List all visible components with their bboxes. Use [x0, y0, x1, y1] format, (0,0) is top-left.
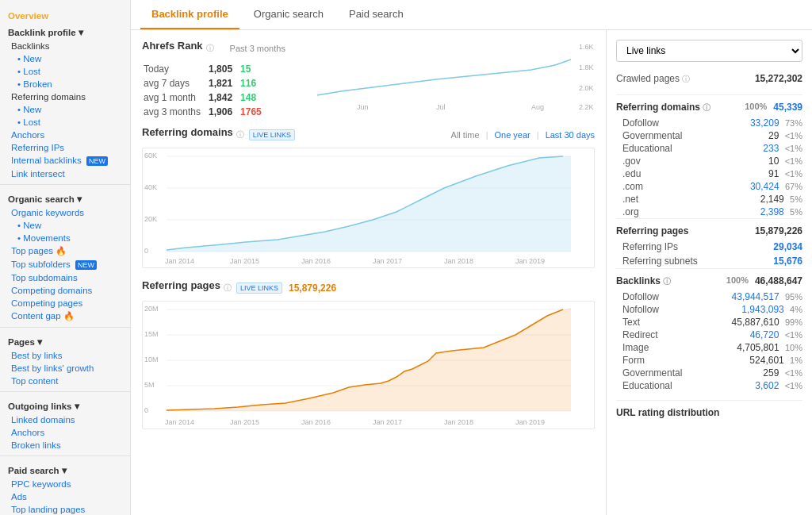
time-one-year[interactable]: One year [495, 130, 530, 140]
image-pct: 10% [785, 343, 802, 352]
fire-icon-content-gap: 🔥 [63, 311, 75, 321]
com-row: .com 30,424 67% [616, 180, 802, 193]
sidebar-broken-links[interactable]: Broken links [0, 439, 130, 452]
sidebar-organic-keywords-movements[interactable]: • Movements [0, 232, 130, 244]
svg-text:Jan 2018: Jan 2018 [444, 257, 473, 265]
sidebar-referring-domains-lost[interactable]: • Lost [0, 116, 130, 129]
time-all-time[interactable]: All time [451, 130, 480, 140]
sidebar-internal-backlinks[interactable]: Internal backlinks NEW [0, 154, 130, 167]
tab-organic-search[interactable]: Organic search [243, 0, 335, 29]
sidebar-content-gap[interactable]: Content gap 🔥 [0, 309, 130, 323]
sidebar-outgoing-links[interactable]: Outgoing links ▾ [0, 396, 130, 413]
referring-domains-header: Referring domains ⓘ LIVE LINKS All time … [142, 126, 595, 143]
tab-paid-search[interactable]: Paid search [338, 0, 415, 29]
dofollow2-label: Dofollow [622, 291, 659, 302]
form-label: Form [622, 355, 645, 366]
referring-domains-title: Referring domains [142, 126, 233, 138]
time-last-30[interactable]: Last 30 days [546, 130, 595, 140]
governmental-label: Governmental [622, 130, 682, 141]
sidebar-backlink-profile[interactable]: Backlink profile ▾ [0, 22, 130, 40]
sidebar-anchors[interactable]: Anchors [0, 129, 130, 141]
ahrefs-rank-info-icon[interactable]: ⓘ [206, 43, 214, 54]
svg-text:40K: 40K [144, 183, 157, 191]
svg-text:Jun: Jun [357, 103, 369, 111]
sidebar-referring-ips[interactable]: Referring IPs [0, 141, 130, 154]
gov-row: .gov 10 <1% [616, 155, 802, 167]
educational-value: 233 [763, 143, 779, 154]
dofollow-pct: 73% [785, 118, 802, 128]
sidebar-pages[interactable]: Pages ▾ [0, 332, 130, 349]
sidebar-link-intersect[interactable]: Link intersect [0, 167, 130, 180]
svg-text:Aug: Aug [531, 103, 544, 111]
sidebar-referring-domains-new[interactable]: • New [0, 103, 130, 116]
sidebar: Overview Backlink profile ▾ Backlinks • … [0, 0, 131, 515]
sidebar-best-by-links-growth[interactable]: Best by links' growth [0, 362, 130, 375]
rp-referring-subnets-value: 15,676 [773, 256, 802, 267]
rp-backlinks-header: Backlinks ⓘ 46,488,647 100% [616, 268, 802, 287]
sidebar-organic-keywords-new[interactable]: • New [0, 219, 130, 232]
svg-text:Jan 2015: Jan 2015 [230, 418, 259, 426]
referring-domains-info-icon[interactable]: ⓘ [236, 129, 244, 140]
avg7-label: avg 7 days [144, 77, 207, 90]
svg-text:2.2K: 2.2K [579, 103, 594, 111]
referring-pages-chart-container: 20M 15M 10M 5M 0 Jan 2014 [142, 301, 595, 429]
avg3m-change: 1765 [240, 106, 268, 118]
referring-pages-header: Referring pages ⓘ LIVE LINKS 15,879,226 [142, 279, 595, 296]
rp-referring-domains-info[interactable]: ⓘ [703, 103, 710, 112]
sidebar-backlinks-broken[interactable]: • Broken [0, 78, 130, 90]
sidebar-outgoing-anchors[interactable]: Anchors [0, 426, 130, 439]
fire-icon-top-pages: 🔥 [56, 246, 67, 256]
live-links-dropdown[interactable]: Live links [616, 40, 802, 62]
sidebar-top-content[interactable]: Top content [0, 375, 130, 387]
svg-marker-32 [167, 308, 571, 411]
svg-text:Jul: Jul [436, 103, 446, 111]
sidebar-best-by-links[interactable]: Best by links [0, 349, 130, 362]
referring-pages-value: 15,879,226 [289, 282, 336, 294]
rp-backlinks-value: 46,488,647 [755, 275, 802, 286]
crawled-pages-info[interactable]: ⓘ [682, 75, 690, 83]
new-badge: NEW [86, 156, 108, 166]
svg-text:Jan 2016: Jan 2016 [301, 257, 331, 265]
gov-pct: <1% [785, 156, 802, 166]
educational2-pct: <1% [785, 381, 802, 390]
sidebar-backlinks-new[interactable]: • New [0, 52, 130, 65]
svg-text:Jan 2019: Jan 2019 [515, 257, 545, 265]
rp-referring-subnets-label: Referring subnets [622, 256, 698, 267]
sidebar-organic-search[interactable]: Organic search ▾ [0, 189, 130, 206]
sidebar-ads[interactable]: Ads [0, 490, 130, 503]
svg-text:1.6K: 1.6K [579, 43, 594, 51]
net-label: .net [622, 194, 638, 205]
live-links-badge: LIVE LINKS [249, 129, 295, 140]
governmental2-pct: <1% [785, 368, 802, 378]
avg3m-label: avg 3 months [144, 106, 207, 118]
sidebar-organic-keywords[interactable]: Organic keywords [0, 206, 130, 219]
referring-pages-info-icon[interactable]: ⓘ [224, 282, 232, 294]
sidebar-top-subfolders[interactable]: Top subfolders NEW [0, 258, 130, 271]
sidebar-top-subdomains[interactable]: Top subdomains [0, 271, 130, 284]
sidebar-backlinks-lost[interactable]: • Lost [0, 65, 130, 78]
dofollow-label: Dofollow [622, 117, 659, 129]
crawled-pages-section: Crawled pages ⓘ 15,272,302 [616, 71, 802, 86]
sidebar-competing-pages[interactable]: Competing pages [0, 297, 130, 309]
sidebar-competing-domains[interactable]: Competing domains [0, 284, 130, 297]
svg-text:20K: 20K [144, 215, 157, 223]
today-change: 15 [240, 63, 268, 75]
org-pct: 5% [790, 207, 802, 217]
crawled-pages-label: Crawled pages ⓘ [616, 73, 690, 85]
svg-text:Jan 2018: Jan 2018 [444, 418, 473, 426]
text-pct: 99% [785, 317, 802, 327]
sidebar-overview[interactable]: Overview [0, 6, 130, 22]
svg-text:0: 0 [144, 406, 148, 414]
ahrefs-rank-title: Ahrefs Rank [142, 40, 203, 52]
governmental-value: 29 [768, 130, 779, 141]
sidebar-top-pages[interactable]: Top pages 🔥 [0, 244, 130, 258]
rp-backlinks-info[interactable]: ⓘ [663, 277, 671, 286]
svg-text:60K: 60K [144, 152, 157, 159]
sidebar-ppc-keywords[interactable]: PPC keywords [0, 478, 130, 490]
sidebar-top-landing-pages[interactable]: Top landing pages [0, 503, 130, 515]
sidebar-linked-domains[interactable]: Linked domains [0, 413, 130, 426]
rp-referring-domains-pct: 100% [745, 102, 767, 111]
sidebar-paid-search[interactable]: Paid search ▾ [0, 460, 130, 478]
tab-backlink-profile[interactable]: Backlink profile [140, 0, 239, 29]
svg-text:10M: 10M [144, 356, 159, 363]
